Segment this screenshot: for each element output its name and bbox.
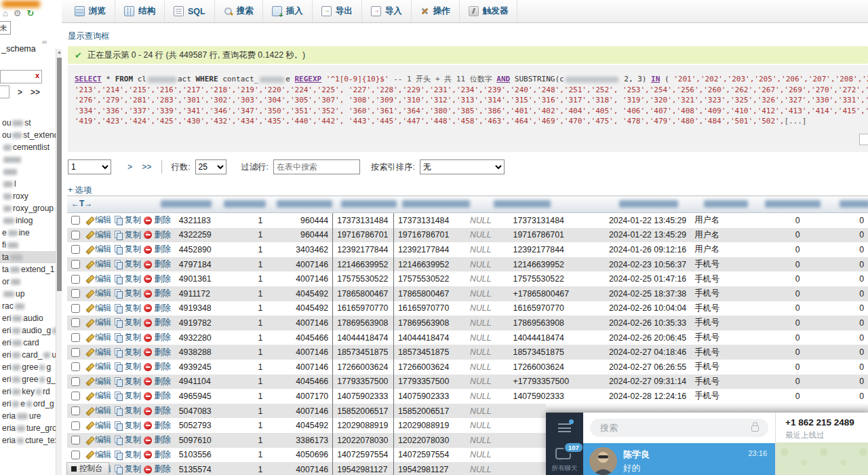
sidebar-table-item[interactable]: fi [0, 239, 56, 251]
sidebar-table-item[interactable]: eriaure [0, 410, 56, 422]
row-checkbox[interactable] [71, 304, 80, 313]
row-checkbox[interactable] [71, 275, 80, 284]
row-checkbox[interactable] [71, 392, 80, 400]
copy-link[interactable]: 复制 [115, 405, 142, 417]
del-link[interactable]: 删除 [144, 463, 171, 475]
copy-link[interactable]: 复制 [115, 288, 142, 299]
del-link[interactable]: 删除 [144, 434, 171, 446]
sidebar-table-item[interactable]: eriaudio_g [0, 324, 56, 337]
row-checkbox[interactable] [71, 406, 80, 415]
del-link[interactable]: 删除 [144, 376, 171, 387]
row-checkbox[interactable] [71, 436, 80, 444]
edit-link[interactable]: 编辑 [85, 390, 112, 402]
tab-search[interactable]: 搜索 [215, 0, 263, 22]
sidebar-table-item[interactable]: eriaudio [0, 312, 56, 324]
edit-link[interactable]: 编辑 [85, 303, 112, 314]
filter-rows-input[interactable] [273, 159, 360, 174]
del-link[interactable]: 删除 [144, 244, 171, 255]
del-link[interactable]: 删除 [144, 214, 171, 226]
options-toggle-link[interactable]: + 选项 [68, 185, 92, 196]
copy-link[interactable]: 复制 [115, 214, 142, 226]
edit-link[interactable]: 编辑 [85, 244, 112, 255]
copy-link[interactable]: 复制 [115, 303, 142, 314]
edit-link[interactable]: 编辑 [85, 376, 112, 387]
sidebar-table-item[interactable]: ericard [0, 337, 56, 349]
edit-link[interactable]: 编辑 [85, 420, 112, 432]
gear-icon[interactable]: ⚙ [14, 8, 22, 18]
row-checkbox[interactable] [71, 362, 80, 371]
del-link[interactable]: 删除 [144, 259, 171, 270]
row-checkbox[interactable] [71, 318, 80, 327]
sidebar-next-page-link[interactable]: > [18, 88, 22, 97]
row-checkbox[interactable] [71, 333, 80, 342]
copy-link[interactable]: 复制 [115, 449, 142, 461]
sidebar-table-item[interactable]: oust [0, 117, 56, 129]
del-link[interactable]: 删除 [144, 449, 171, 461]
tab-export[interactable]: 导出 [313, 0, 362, 22]
refresh-icon[interactable]: ↻ [27, 8, 35, 18]
sidebar-page-select[interactable] [0, 86, 9, 98]
sidebar-search-input[interactable] [1, 71, 33, 82]
rows-count-select[interactable]: 25 [195, 159, 226, 174]
sidebar-table-item[interactable]: up [0, 288, 56, 300]
del-link[interactable]: 删除 [144, 229, 171, 241]
edit-link[interactable]: 编辑 [85, 449, 112, 461]
row-checkbox[interactable] [71, 377, 80, 386]
row-checkbox[interactable] [71, 260, 80, 269]
edit-link[interactable]: 编辑 [85, 332, 112, 343]
copy-link[interactable]: 复制 [115, 273, 142, 285]
sidebar-table-item[interactable]: eriacture_tex [0, 434, 56, 446]
page-select[interactable]: 1 [68, 159, 111, 174]
chat-list-item[interactable]: 陈学良 23:16 好的 [583, 443, 775, 475]
sidebar-table-item[interactable]: erigreeg [0, 361, 56, 373]
edit-link[interactable]: 编辑 [85, 317, 112, 328]
copy-link[interactable]: 复制 [115, 317, 142, 328]
edit-link[interactable]: 编辑 [85, 361, 112, 373]
tab-structure[interactable]: 结构 [115, 0, 165, 22]
del-link[interactable]: 删除 [144, 303, 171, 314]
copy-link[interactable]: 复制 [115, 347, 142, 358]
scroll-up-icon[interactable]: ▲ [56, 50, 62, 54]
conversation-header[interactable]: +1 862 215 2489 最近上线过 [776, 413, 868, 443]
sidebar-table-item[interactable]: rac [0, 300, 56, 312]
console-button[interactable]: 控制台 [66, 462, 109, 475]
column-nav-control[interactable]: ←T→ [71, 199, 92, 208]
copy-link[interactable]: 复制 [115, 434, 142, 446]
show-query-box-link[interactable]: 显示查询框 [68, 31, 109, 42]
copy-link[interactable]: 复制 [115, 361, 142, 373]
search-clear-icon[interactable]: x [35, 71, 39, 79]
sidebar-table-item[interactable]: taextend_1 [0, 263, 56, 276]
sidebar-table-item[interactable]: or [0, 276, 56, 288]
next-page-link[interactable]: > [127, 162, 132, 172]
copy-link[interactable]: 复制 [115, 390, 142, 402]
sidebar-table-item[interactable]: eriature_gro [0, 422, 56, 434]
del-link[interactable]: 删除 [144, 288, 171, 299]
copy-link[interactable]: 复制 [115, 332, 142, 343]
edit-link[interactable]: 编辑 [85, 434, 112, 446]
row-checkbox[interactable] [71, 451, 80, 459]
copy-link[interactable]: 复制 [115, 259, 142, 270]
database-label[interactable]: _schema [1, 44, 36, 54]
edit-link[interactable]: 编辑 [85, 288, 112, 299]
sidebar-scrollbar[interactable]: ▲ [56, 49, 62, 475]
row-checkbox[interactable] [71, 421, 80, 430]
tab-sql[interactable]: SQL [165, 0, 215, 22]
edit-link[interactable]: 编辑 [85, 229, 112, 241]
sidebar-table-item[interactable]: erigreeg_g [0, 373, 56, 385]
del-link[interactable]: 删除 [144, 347, 171, 358]
tab-import[interactable]: 导入 [362, 0, 412, 22]
edit-link[interactable]: 编辑 [85, 259, 112, 270]
copy-link[interactable]: 复制 [115, 463, 142, 475]
copy-link[interactable]: 复制 [115, 376, 142, 387]
row-checkbox[interactable] [71, 289, 80, 298]
tab-insert[interactable]: 插入 [263, 0, 313, 22]
edit-link[interactable]: 编辑 [85, 214, 112, 226]
del-link[interactable]: 删除 [144, 390, 171, 402]
copy-link[interactable]: 复制 [115, 244, 142, 255]
row-checkbox[interactable] [71, 216, 80, 225]
last-page-link[interactable]: >> [142, 162, 151, 172]
del-link[interactable]: 删除 [144, 332, 171, 343]
row-checkbox[interactable] [71, 231, 80, 240]
sidebar-table-item[interactable]: ta [0, 251, 56, 263]
del-link[interactable]: 删除 [144, 405, 171, 417]
